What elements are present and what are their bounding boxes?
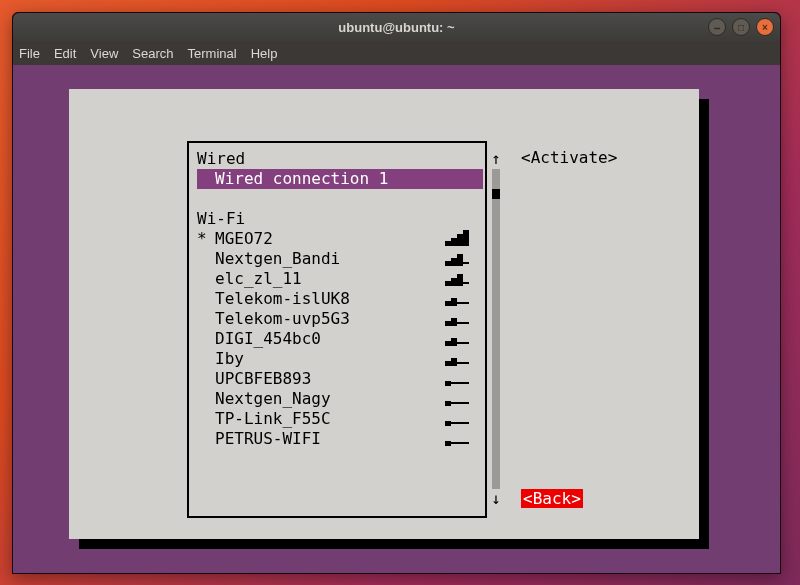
maximize-button[interactable]: □ [732, 18, 750, 36]
wifi-ssid-label: Telekom-islUK8 [215, 289, 350, 309]
signal-strength-icon [445, 392, 473, 406]
signal-strength-icon [445, 272, 473, 286]
signal-strength-icon [445, 292, 473, 306]
activate-button[interactable]: <Activate> [521, 148, 617, 167]
wifi-ssid-label: Telekom-uvp5G3 [215, 309, 350, 329]
signal-strength-icon [445, 332, 473, 346]
menu-help[interactable]: Help [251, 46, 278, 61]
list-item[interactable]: UPCBFEB893 [197, 369, 477, 389]
active-marker: * [197, 229, 215, 249]
list-item[interactable]: Nextgen_Nagy [197, 389, 477, 409]
signal-strength-icon [445, 412, 473, 426]
list-item[interactable]: Wired connection 1 [197, 169, 483, 189]
connection-listbox-wrap: Wired Wired connection 1 Wi-Fi *MGEO72 N… [187, 141, 487, 518]
signal-strength-icon [445, 312, 473, 326]
scroll-down-icon[interactable]: ↓ [491, 489, 501, 509]
list-item[interactable]: Nextgen_Bandi [197, 249, 477, 269]
menu-edit[interactable]: Edit [54, 46, 76, 61]
back-button[interactable]: <Back> [521, 489, 583, 508]
wifi-ssid-label: Nextgen_Bandi [215, 249, 340, 269]
wifi-ssid-label: PETRUS-WIFI [215, 429, 321, 449]
blank-row [197, 189, 477, 209]
wifi-ssid-label: UPCBFEB893 [215, 369, 311, 389]
menubar: File Edit View Search Terminal Help [13, 41, 780, 65]
scroll-thumb[interactable] [492, 189, 500, 199]
signal-strength-icon [445, 232, 473, 246]
menu-view[interactable]: View [90, 46, 118, 61]
list-item[interactable]: Telekom-uvp5G3 [197, 309, 477, 329]
list-item[interactable]: PETRUS-WIFI [197, 429, 477, 449]
menu-search[interactable]: Search [132, 46, 173, 61]
signal-strength-icon [445, 352, 473, 366]
wifi-ssid-label: TP-Link_F55C [215, 409, 331, 429]
connection-listbox[interactable]: Wired Wired connection 1 Wi-Fi *MGEO72 N… [187, 141, 487, 518]
terminal-window: ubuntu@ubuntu: ~ ‒ □ × File Edit View Se… [12, 12, 781, 574]
list-item[interactable]: elc_zl_11 [197, 269, 477, 289]
minimize-button[interactable]: ‒ [708, 18, 726, 36]
list-item[interactable]: TP-Link_F55C [197, 409, 477, 429]
wifi-ssid-label: elc_zl_11 [215, 269, 302, 289]
side-actions: <Activate> [521, 148, 617, 168]
list-item[interactable]: *MGEO72 [197, 229, 477, 249]
signal-strength-icon [445, 252, 473, 266]
wifi-ssid-label: Iby [215, 349, 244, 369]
signal-strength-icon [445, 432, 473, 446]
scroll-up-icon[interactable]: ↑ [491, 149, 501, 169]
close-button[interactable]: × [756, 18, 774, 36]
terminal-content: Wired Wired connection 1 Wi-Fi *MGEO72 N… [13, 65, 780, 573]
menu-file[interactable]: File [19, 46, 40, 61]
list-item[interactable]: DIGI_454bc0 [197, 329, 477, 349]
wifi-ssid-label: Nextgen_Nagy [215, 389, 331, 409]
list-item[interactable]: Telekom-islUK8 [197, 289, 477, 309]
window-titlebar: ubuntu@ubuntu: ~ ‒ □ × [13, 13, 780, 41]
list-item[interactable]: Iby [197, 349, 477, 369]
section-wifi-title: Wi-Fi [197, 209, 477, 229]
signal-strength-icon [445, 372, 473, 386]
wifi-ssid-label: MGEO72 [215, 229, 273, 249]
nmtui-panel: Wired Wired connection 1 Wi-Fi *MGEO72 N… [69, 89, 699, 539]
scroll-track[interactable] [492, 169, 500, 489]
listbox-scrollbar[interactable]: ↑ ↓ [491, 149, 501, 509]
menu-terminal[interactable]: Terminal [188, 46, 237, 61]
window-title: ubuntu@ubuntu: ~ [338, 20, 454, 35]
section-wired-title: Wired [197, 149, 477, 169]
window-controls: ‒ □ × [708, 18, 774, 36]
wifi-ssid-label: DIGI_454bc0 [215, 329, 321, 349]
wired-connection-label: Wired connection 1 [215, 169, 388, 189]
